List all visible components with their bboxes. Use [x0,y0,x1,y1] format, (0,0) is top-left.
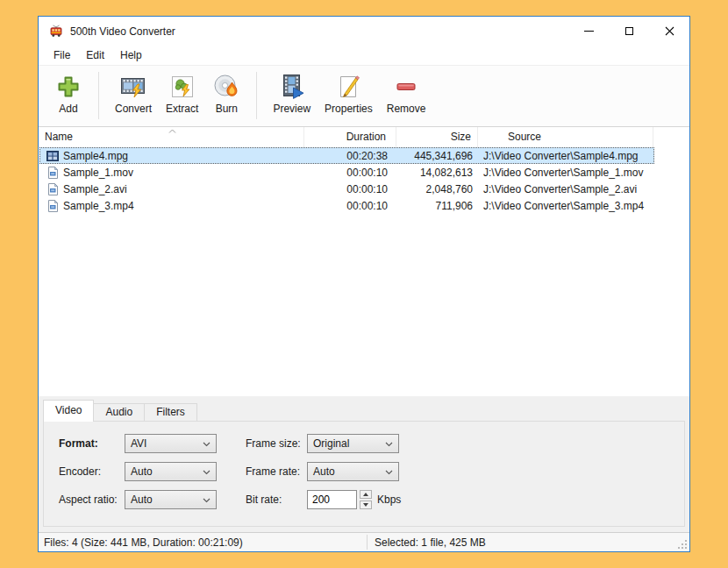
minimize-icon [584,31,594,32]
frame-size-select[interactable]: Original [307,434,399,453]
chevron-down-icon [203,498,211,503]
stepper-down-button[interactable] [360,501,372,509]
preview-icon [278,73,306,101]
frame-size-label: Frame size: [246,434,301,453]
video-document-icon [46,182,60,196]
up-arrow-icon [363,493,368,496]
extract-button[interactable]: Extract [159,72,205,115]
toolbar-separator [256,72,257,119]
convert-button[interactable]: Convert [108,72,159,115]
maximize-button[interactable] [609,17,649,46]
close-button[interactable] [649,17,689,46]
file-list: Name Duration Size Source Sample4.mpg 00… [39,127,689,396]
burn-button[interactable]: Burn [205,72,247,115]
bit-rate-input[interactable] [307,490,357,509]
sort-ascending-icon [168,129,176,133]
app-logo-icon [49,25,63,39]
title-bar: 500th Video Converter [39,17,689,46]
selection-summary: Selected: 1 file, 425 MB [375,536,486,549]
chevron-down-icon [203,470,211,475]
frame-rate-select[interactable]: Auto [307,462,399,481]
frame-rate-label: Frame rate: [246,462,300,481]
remove-button[interactable]: Remove [380,72,433,115]
burn-icon [212,73,240,101]
column-header-name[interactable]: Name [39,127,304,147]
minimize-button[interactable] [568,17,609,46]
status-bar: Files: 4 (Size: 441 MB, Duration: 00:21:… [39,532,689,551]
properties-button[interactable]: Properties [318,72,380,115]
toolbar: Add Convert [39,65,689,127]
menu-bar: File Edit Help [39,46,689,65]
format-label: Format: [59,434,98,453]
aspect-ratio-label: Aspect ratio: [59,490,118,509]
bit-rate-label: Bit rate: [246,490,282,509]
down-arrow-icon [363,503,368,507]
toolbar-separator [98,72,99,119]
file-row[interactable]: Sample_3.mp4 00:00:10 711,906 J:\Video C… [39,197,654,214]
file-row[interactable]: Sample_1.mov 00:00:10 14,082,613 J:\Vide… [39,164,654,181]
file-list-header: Name Duration Size Source [39,127,689,147]
menu-file[interactable]: File [46,46,78,64]
files-summary: Files: 4 (Size: 441 MB, Duration: 00:21:… [39,536,243,549]
window-title: 500th Video Converter [70,25,175,38]
remove-icon [392,73,420,101]
file-row-selected[interactable]: Sample4.mpg 00:20:38 445,341,696 J:\Vide… [39,147,654,164]
format-select[interactable]: AVI [125,434,217,453]
column-header-duration[interactable]: Duration [304,127,396,147]
settings-panel: Video Audio Filters Format: AVI Frame si… [39,396,689,532]
filmstrip-file-icon [46,149,60,163]
tab-audio[interactable]: Audio [93,403,145,421]
menu-edit[interactable]: Edit [78,46,112,64]
preview-button[interactable]: Preview [266,72,318,115]
video-document-icon [46,199,60,213]
resize-grip[interactable] [678,540,688,550]
video-tab-page: Format: AVI Frame size: Original Encoder… [43,421,685,527]
tab-strip: Video Audio Filters [43,400,197,422]
bit-rate-unit: Kbps [377,490,401,509]
chevron-down-icon [385,442,393,447]
encoder-label: Encoder: [59,462,101,481]
convert-icon [119,73,147,101]
close-icon [665,26,674,36]
maximize-icon [625,27,633,35]
tab-video[interactable]: Video [43,400,94,422]
tab-filters[interactable]: Filters [144,403,197,421]
bit-rate-stepper [360,490,372,509]
stepper-up-button[interactable] [360,490,372,499]
video-document-icon [46,166,60,180]
add-button[interactable]: Add [47,72,89,115]
encoder-select[interactable]: Auto [125,462,217,481]
aspect-ratio-select[interactable]: Auto [125,490,217,509]
column-header-source[interactable]: Source [478,127,653,147]
file-row[interactable]: Sample_2.avi 00:00:10 2,048,760 J:\Video… [39,181,654,197]
menu-help[interactable]: Help [112,46,150,64]
chevron-down-icon [203,442,211,447]
column-header-size[interactable]: Size [396,127,478,147]
extract-icon [168,73,196,101]
app-window: 500th Video Converter File Edit Help Add [38,16,690,552]
properties-icon [334,73,362,101]
chevron-down-icon [385,470,393,475]
status-separator [367,535,368,550]
add-icon [54,73,82,101]
